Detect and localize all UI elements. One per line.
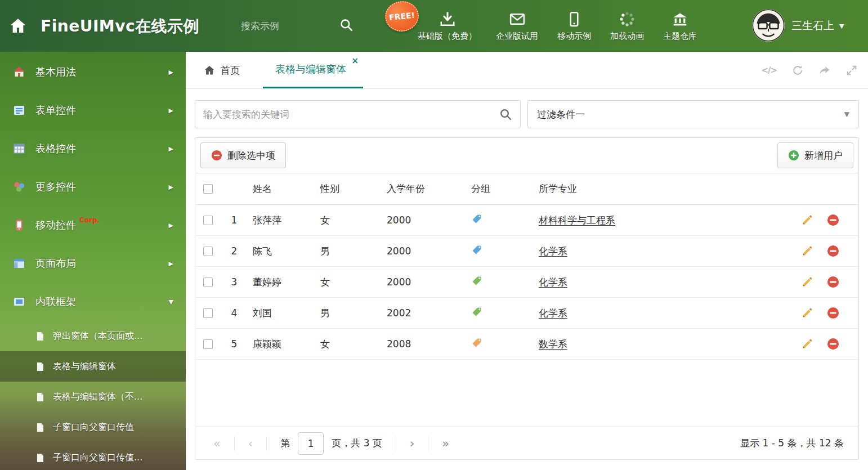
sidebar-item-label: 表格控件	[35, 142, 76, 155]
tab-active[interactable]: 表格与编辑窗体 ×	[263, 52, 363, 88]
pager-divider	[428, 436, 428, 451]
major-link[interactable]: 材料科学与工程系	[539, 214, 615, 226]
add-user-label: 新增用户	[804, 149, 843, 162]
avatar[interactable]	[752, 9, 785, 42]
row-gender: 女	[315, 329, 381, 360]
sidebar-subitem[interactable]: 子窗口向父窗口传值...	[0, 442, 186, 470]
close-icon[interactable]: ×	[351, 57, 359, 65]
sidebar-subitem[interactable]: 表格与编辑窗体	[0, 351, 186, 382]
row-checkbox[interactable]	[203, 247, 213, 256]
chevron-right-icon: ▶	[169, 145, 173, 153]
sidebar-item-label: 页面布局	[35, 257, 76, 270]
header-nav-item[interactable]: 主题仓库	[663, 11, 697, 42]
edit-button[interactable]	[801, 307, 813, 319]
major-link[interactable]: 化学系	[539, 245, 567, 257]
sidebar-subitem[interactable]: 子窗口向父窗口传值	[0, 412, 186, 442]
house-icon	[12, 65, 26, 79]
filter-dropdown-value: 过滤条件一	[537, 108, 585, 121]
page-icon	[35, 392, 46, 402]
delete-button[interactable]	[827, 307, 839, 319]
tab-home[interactable]: 首页	[195, 52, 249, 88]
edit-button[interactable]	[801, 338, 813, 350]
first-page-button[interactable]: «	[210, 437, 224, 450]
table-search-input[interactable]	[203, 109, 499, 120]
next-page-button[interactable]: ›	[406, 437, 418, 450]
sidebar-item[interactable]: 基本用法▶	[0, 53, 186, 91]
home-icon[interactable]	[9, 17, 27, 35]
edit-button[interactable]	[801, 276, 813, 288]
row-gender: 女	[315, 205, 381, 236]
data-grid: 姓名 性别 入学年份 分组 所学专业 1张萍萍女2000材料科学与工程系2陈飞男…	[195, 173, 858, 360]
search-icon[interactable]	[499, 108, 512, 121]
filter-dropdown[interactable]: 过滤条件一 ▼	[527, 100, 859, 128]
sidebar-subitem-label: 弹出窗体（本页面或...	[53, 330, 142, 342]
widgets-icon	[12, 180, 26, 194]
sidebar-subitem[interactable]: 表格与编辑窗体（不...	[0, 382, 186, 412]
sidebar-item[interactable]: 表格控件▶	[0, 129, 186, 168]
edit-button[interactable]	[801, 214, 813, 226]
header-nav-label: 企业版试用	[496, 31, 538, 42]
sidebar-item[interactable]: 页面布局▶	[0, 244, 186, 283]
search-icon[interactable]	[339, 17, 354, 32]
major-link[interactable]: 化学系	[539, 276, 567, 288]
header-nav-item[interactable]: 加载动画	[610, 11, 644, 42]
row-checkbox[interactable]	[203, 308, 213, 318]
sidebar-submenu: 弹出窗体（本页面或...表格与编辑窗体表格与编辑窗体（不...子窗口向父窗口传值…	[0, 321, 186, 470]
grid-panel: 删除选中项 新增用户 姓名	[195, 137, 859, 460]
pager-divider	[234, 436, 235, 451]
download-icon	[439, 11, 456, 28]
edit-button[interactable]	[801, 245, 813, 257]
record-summary: 显示 1 - 5 条，共 12 条	[740, 437, 844, 450]
app: FineUIMvc在线示例 FREE! 基础版（免费）企业版试用移动示例加载动画…	[0, 0, 868, 470]
share-icon[interactable]	[818, 64, 831, 77]
expand-icon[interactable]	[845, 64, 858, 77]
row-group-cell	[466, 298, 533, 329]
sidebar-item[interactable]: 内联框架▼	[0, 283, 186, 321]
header-nav-item[interactable]: 基础版（免费）	[418, 11, 477, 42]
row-name: 董婷婷	[247, 267, 315, 298]
table-search-box	[195, 100, 521, 128]
add-user-button[interactable]: 新增用户	[777, 142, 853, 168]
sidebar-item-label: 表单控件	[35, 104, 76, 117]
delete-button[interactable]	[827, 276, 839, 288]
sidebar-subitem-label: 子窗口向父窗口传值	[53, 422, 134, 433]
user-menu[interactable]: 三生石上 ▼	[791, 19, 844, 33]
last-page-button[interactable]: »	[439, 437, 453, 450]
row-checkbox[interactable]	[203, 277, 213, 287]
sidebar-item-label: 基本用法	[35, 65, 76, 79]
major-link[interactable]: 数学系	[539, 338, 567, 350]
delete-button[interactable]	[827, 245, 839, 257]
delete-selected-button[interactable]: 删除选中项	[200, 142, 286, 168]
refresh-icon[interactable]	[791, 64, 804, 77]
select-all-checkbox[interactable]	[203, 184, 213, 194]
row-group-cell	[466, 267, 533, 298]
table-row: 5康颖颖女2008数学系	[195, 329, 858, 360]
row-name: 刘国	[247, 298, 315, 329]
row-checkbox[interactable]	[203, 339, 213, 349]
page-number-input[interactable]	[298, 432, 324, 455]
row-actions	[797, 267, 858, 298]
source-code-icon[interactable]: </>	[761, 64, 777, 77]
sidebar-item[interactable]: 表单控件▶	[0, 91, 186, 129]
spinner-icon	[619, 11, 636, 28]
row-checkbox[interactable]	[203, 216, 213, 225]
page-icon	[35, 361, 46, 372]
row-actions	[797, 236, 858, 267]
row-actions-group	[801, 276, 858, 288]
sidebar-subitem[interactable]: 弹出窗体（本页面或...	[0, 321, 186, 351]
row-checkbox-cell	[195, 267, 221, 298]
page-icon	[35, 453, 46, 463]
sidebar-item[interactable]: 移动控件Corp.▶	[0, 206, 186, 244]
chevron-right-icon: ▶	[169, 69, 173, 76]
header-search-input[interactable]	[241, 18, 328, 35]
prev-page-button[interactable]: ‹	[245, 437, 256, 450]
major-link[interactable]: 化学系	[539, 307, 567, 319]
table-row: 4刘国男2002化学系	[195, 298, 858, 329]
sidebar-subitem-label: 表格与编辑窗体	[53, 361, 116, 373]
sidebar-item[interactable]: 更多控件▶	[0, 168, 186, 206]
header-nav-item[interactable]: 移动示例	[557, 11, 591, 42]
delete-button[interactable]	[827, 214, 839, 226]
tag-icon	[471, 244, 482, 256]
header-nav-item[interactable]: 企业版试用	[496, 11, 538, 42]
delete-button[interactable]	[827, 338, 839, 350]
